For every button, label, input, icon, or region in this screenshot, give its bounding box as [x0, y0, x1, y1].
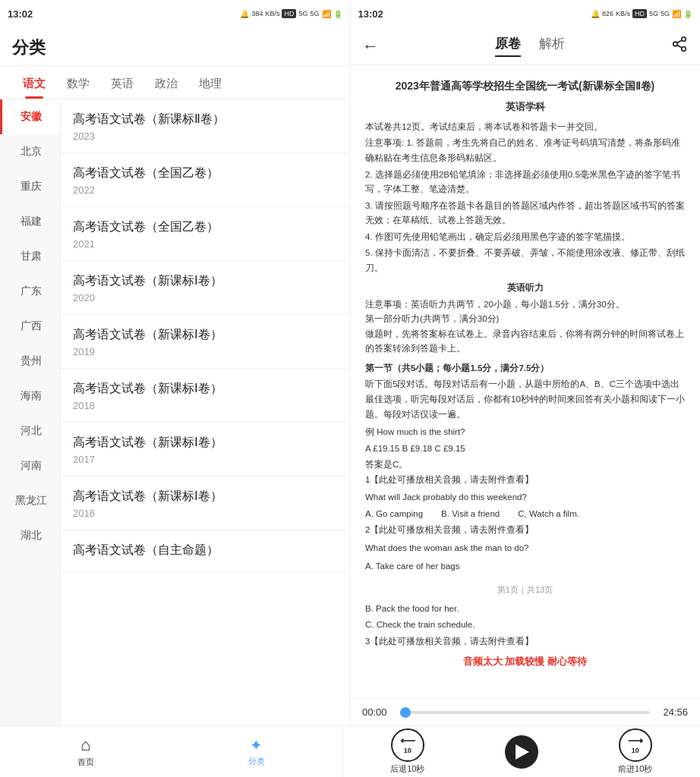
exam-item-2017[interactable]: 高考语文试卷（新课标Ⅰ卷） 2017 [61, 423, 349, 477]
share-button[interactable] [671, 36, 688, 56]
left-title: 分类 [12, 38, 46, 57]
doc-example: 例 How much is the shirt? [365, 425, 685, 440]
nav-home-label: 首页 [77, 757, 94, 768]
left-status-bar: 13:02 🔔 384 KB/s HD 5G 5G 📶 🔋 [0, 0, 350, 27]
right-header: ← 原卷 解析 [350, 27, 700, 65]
forward-label: 前进10秒 [618, 763, 652, 775]
exam-year: 2019 [73, 346, 337, 357]
left-time: 13:02 [8, 8, 33, 20]
exam-item-2018[interactable]: 高考语文试卷（新课标Ⅰ卷） 2018 [61, 369, 349, 423]
left-bottom-nav: ⌂ 首页 ✦ 分类 [0, 725, 342, 777]
left-panel: 分类 语文 数学 英语 政治 地理 安徽 北京 重庆 福建 [0, 27, 350, 725]
region-anhui[interactable]: 安徽 [0, 99, 60, 134]
region-heilongjiang[interactable]: 黑龙江 [0, 483, 60, 518]
audio-progress-bar[interactable] [400, 711, 650, 714]
exam-name: 高考语文试卷（新课标Ⅰ卷） [73, 327, 337, 343]
forward-circle: ⟶ 10 [619, 728, 652, 762]
region-fujian[interactable]: 福建 [0, 204, 60, 239]
doc-q1-link: 1【此处可播放相关音频，请去附件查看】 [365, 473, 685, 488]
exam-year: 2022 [73, 184, 337, 196]
exam-item-2019[interactable]: 高考语文试卷（新课标Ⅰ卷） 2019 [61, 315, 349, 369]
doc-instruction-0: 本试卷共12页。考试结束后，将本试卷和答题卡一并交回。 [365, 120, 685, 135]
tab-math[interactable]: 数学 [56, 72, 100, 99]
play-triangle [516, 744, 529, 760]
main-row: 分类 语文 数学 英语 政治 地理 安徽 北京 重庆 福建 [0, 27, 700, 725]
region-beijing[interactable]: 北京 [0, 134, 60, 169]
tab-geography[interactable]: 地理 [188, 72, 232, 99]
right-status-bar: 13:02 🔔 826 KB/s HD 5G 5G 📶 🔋 [350, 0, 701, 27]
doc-extra-b: B. Pack the food for her. [365, 602, 685, 617]
doc-page-indicator: 第1页｜共13页 [365, 583, 685, 597]
rewind-button[interactable]: ⟵ 10 后退10秒 [390, 728, 424, 775]
doc-q3-link: 3【此处可播放相关音频，请去附件查看】 [365, 634, 685, 650]
exam-name: 高考语文试卷（新课标Ⅰ卷） [73, 489, 337, 505]
region-sidebar[interactable]: 安徽 北京 重庆 福建 甘肃 广东 广西 贵州 海南 河北 河南 黑龙江 湖北 [0, 99, 61, 725]
exam-item-2022[interactable]: 高考语文试卷（全国乙卷） 2022 [61, 153, 349, 207]
nav-category[interactable]: ✦ 分类 [234, 736, 279, 767]
exam-name: 高考语文试卷（新课标Ⅰ卷） [73, 381, 337, 397]
exam-year: 2020 [73, 292, 337, 304]
region-hainan[interactable]: 海南 [0, 379, 60, 414]
right-bottom-controls: ⟵ 10 后退10秒 ⟶ 10 前进10秒 [342, 725, 701, 777]
svg-line-3 [677, 45, 682, 48]
doc-q1-text: What will Jack probably do this weekend? [365, 490, 685, 505]
region-hebei[interactable]: 河北 [0, 414, 60, 448]
exam-year: 2021 [73, 238, 337, 250]
svg-point-0 [682, 37, 686, 42]
doc-q1-options: A. Go camping B. Visit a friend C. Watch… [365, 507, 685, 522]
svg-point-2 [682, 47, 686, 51]
doc-section-sub: 第一节（共5小题；每小题1.5分，满分7.5分） [365, 361, 685, 376]
forward-button[interactable]: ⟶ 10 前进10秒 [618, 728, 652, 775]
svg-point-1 [673, 42, 678, 46]
right-time: 13:02 [358, 8, 383, 20]
exam-item-2016[interactable]: 高考语文试卷（新课标Ⅰ卷） 2016 [61, 477, 349, 530]
rewind-circle: ⟵ 10 [391, 728, 424, 762]
exam-name: 高考语文试卷（全国乙卷） [73, 165, 337, 181]
tab-politics[interactable]: 政治 [144, 72, 188, 99]
doc-q2-link: 2【此处可播放相关音频，请去附件查看】 [365, 523, 685, 538]
rewind-label: 后退10秒 [390, 763, 424, 775]
home-icon: ⌂ [80, 735, 90, 755]
doc-example-options: A £19.15 B £9.18 C £9.15 [365, 442, 685, 457]
doc-extra-c: C. Check the train schedule. [365, 618, 685, 633]
play-button[interactable] [505, 735, 538, 769]
back-button[interactable]: ← [362, 36, 379, 56]
audio-progress-dot [400, 707, 411, 718]
exam-year: 2017 [73, 454, 337, 465]
exam-name: 高考语文试卷（新课标Ⅰ卷） [73, 435, 337, 451]
exam-year: 2016 [73, 508, 337, 519]
region-guangxi[interactable]: 广西 [0, 309, 60, 344]
exam-year: 2023 [73, 131, 337, 142]
exam-item-2021[interactable]: 高考语文试卷（全国乙卷） 2021 [61, 207, 349, 261]
tab-analysis[interactable]: 解析 [539, 35, 565, 57]
region-guizhou[interactable]: 贵州 [0, 344, 60, 379]
doc-listen-instruction: 听下面5段对话。每段对话后有一小题，从题中所给的A、B、C三个选项中选出最佳选项… [365, 377, 685, 422]
doc-note-0: 注意事项：英语听力共两节，20小题，每小题1.5分，满分30分。 [365, 297, 685, 313]
exam-item-self[interactable]: 高考语文试卷（自主命题） [61, 530, 349, 573]
tab-english[interactable]: 英语 [100, 72, 144, 99]
left-content: 安徽 北京 重庆 福建 甘肃 广东 广西 贵州 海南 河北 河南 黑龙江 湖北 … [0, 99, 349, 725]
bottom-nav-row: ⌂ 首页 ✦ 分类 ⟵ 10 后退10秒 ⟶ 10 前进10秒 [0, 725, 700, 777]
right-panel: ← 原卷 解析 2023年普通高等学校招生全国统一考试(新课标全国Ⅱ卷) 英语学… [350, 27, 700, 725]
document-content[interactable]: 2023年普通高等学校招生全国统一考试(新课标全国Ⅱ卷) 英语学科 本试卷共12… [350, 65, 700, 698]
region-gansu[interactable]: 甘肃 [0, 239, 60, 274]
exam-item-2020[interactable]: 高考语文试卷（新课标Ⅰ卷） 2020 [61, 261, 349, 315]
tab-original[interactable]: 原卷 [495, 35, 521, 57]
nav-category-label: 分类 [248, 756, 265, 767]
nav-home[interactable]: ⌂ 首页 [63, 735, 109, 768]
play-icon [505, 735, 538, 769]
region-guangdong[interactable]: 广东 [0, 274, 60, 309]
doc-q2-text: What does the woman ask the man to do? [365, 541, 685, 556]
status-bar-row: 13:02 🔔 384 KB/s HD 5G 5G 📶 🔋 13:02 🔔 82… [0, 0, 700, 27]
tab-chinese[interactable]: 语文 [12, 72, 56, 99]
exam-item-2023[interactable]: 高考语文试卷（新课标Ⅱ卷） 2023 [61, 99, 349, 153]
svg-line-4 [677, 40, 682, 43]
region-chongqing[interactable]: 重庆 [0, 169, 60, 204]
region-hubei[interactable]: 湖北 [0, 518, 60, 553]
left-status-icons: 🔔 384 KB/s HD 5G 5G 📶 🔋 [240, 9, 342, 18]
region-henan[interactable]: 河南 [0, 448, 60, 483]
doc-instruction-4: 4. 作图可先使用铅笔画出，确定后必须用黑色字迹的签字笔描摸。 [365, 230, 685, 245]
exam-list[interactable]: 高考语文试卷（新课标Ⅱ卷） 2023 高考语文试卷（全国乙卷） 2022 高考语… [61, 99, 349, 725]
audio-warning: 音频太大 加载较慢 耐心等待 [365, 653, 685, 670]
audio-player: 00:00 24:56 [350, 698, 700, 725]
